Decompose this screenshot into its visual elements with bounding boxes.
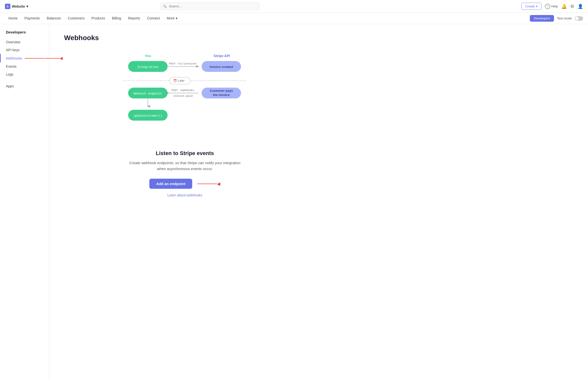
svg-text:Webhook endpoint: Webhook endpoint	[134, 92, 162, 95]
user-icon[interactable]: 👤	[578, 4, 583, 9]
nav-payments[interactable]: Payments	[21, 13, 43, 24]
listen-desc: Create webhook endpoints, so that Stripe…	[126, 160, 244, 172]
listen-title: Listen to Stripe events	[64, 150, 306, 156]
add-endpoint-row: Add an endpoint ◀	[64, 179, 306, 189]
testmode-toggle[interactable]	[575, 16, 583, 21]
learn-link-container: Learn about webhooks	[64, 193, 306, 197]
page-title: Webhooks	[64, 34, 306, 42]
help-label: Help	[551, 4, 558, 8]
sidebar-title: Developers	[0, 30, 49, 38]
diagram-svg: You Stripe API Integration POST /v1/invo…	[116, 52, 254, 133]
notification-icon[interactable]: 🔔	[561, 4, 567, 9]
svg-text:updateCustomer(): updateCustomer()	[134, 114, 162, 118]
nav-connect[interactable]: Connect	[144, 13, 163, 24]
search-icon: 🔍	[163, 5, 167, 8]
developers-button[interactable]: Developers	[530, 15, 554, 22]
sidebar-item-events[interactable]: Events	[0, 62, 49, 70]
sidebar: Developers Overview API keys Webhooks ◀ …	[0, 24, 49, 380]
brand-label: Website	[12, 4, 25, 8]
brand-switcher[interactable]: S Website ▾	[5, 4, 28, 9]
brand-icon: S	[5, 4, 10, 9]
sidebar-item-webhooks[interactable]: Webhooks ◀	[0, 54, 49, 62]
sidebar-item-apps[interactable]: Apps	[0, 82, 49, 90]
navbar-right: Developers Test mode	[530, 15, 583, 22]
create-button[interactable]: Create ▾	[522, 3, 541, 10]
toggle-knob	[575, 17, 579, 20]
more-chevron: ▾	[176, 16, 177, 20]
sidebar-item-logs[interactable]: Logs	[0, 70, 49, 78]
search-input[interactable]	[161, 2, 259, 10]
search-container: 🔍	[161, 2, 259, 10]
listen-section: Listen to Stripe events Create webhook e…	[64, 145, 306, 202]
create-label: Create	[525, 4, 535, 8]
nav-balances[interactable]: Balances	[43, 13, 64, 24]
svg-text:Customer pays: Customer pays	[210, 89, 233, 93]
nav-billing[interactable]: Billing	[108, 13, 125, 24]
nav-customers[interactable]: Customers	[64, 13, 88, 24]
help-button[interactable]: ? Help	[545, 4, 558, 9]
webhooks-arrow-indicator: ◀	[25, 56, 63, 60]
svg-text:Integration: Integration	[137, 65, 158, 69]
nav-products[interactable]: Products	[88, 13, 108, 24]
learn-link[interactable]: Learn about webhooks	[167, 193, 202, 197]
add-endpoint-button[interactable]: Add an endpoint	[149, 179, 192, 189]
main-content: Webhooks You Stripe API Integration POST…	[49, 24, 320, 380]
testmode-label: Test mode	[557, 17, 572, 20]
svg-text:POST /webhooks: POST /webhooks	[171, 89, 194, 92]
nav-home[interactable]: Home	[5, 13, 21, 24]
settings-icon[interactable]: ⚙	[570, 4, 574, 9]
brand-chevron: ▾	[26, 4, 28, 8]
nav-more[interactable]: More ▾	[163, 13, 181, 24]
svg-text:POST /v1/invoices: POST /v1/invoices	[169, 62, 197, 65]
sidebar-item-overview[interactable]: Overview	[0, 38, 49, 46]
navbar: Home Payments Balances Customers Product…	[0, 13, 588, 24]
svg-text:You: You	[145, 54, 151, 58]
svg-text:invoice.paid: invoice.paid	[173, 95, 192, 97]
topbar: S Website ▾ 🔍 Create ▾ ? Help 🔔 ⚙ 👤	[0, 0, 588, 13]
topbar-right: Create ▾ ? Help 🔔 ⚙ 👤	[522, 3, 583, 10]
create-chevron: ▾	[536, 4, 538, 8]
svg-text:Stripe API: Stripe API	[214, 54, 230, 58]
svg-text:⏰ Later: ⏰ Later	[173, 79, 185, 82]
sidebar-item-apikeys[interactable]: API keys	[0, 46, 49, 54]
add-endpoint-arrow: ◀	[197, 181, 220, 187]
webhook-diagram: You Stripe API Integration POST /v1/invo…	[64, 52, 306, 133]
content: Developers Overview API keys Webhooks ◀ …	[0, 24, 588, 380]
svg-text:the invoice: the invoice	[213, 93, 230, 97]
nav-reports[interactable]: Reports	[125, 13, 144, 24]
svg-text:Invoice created: Invoice created	[210, 65, 233, 69]
help-icon: ?	[545, 4, 550, 9]
